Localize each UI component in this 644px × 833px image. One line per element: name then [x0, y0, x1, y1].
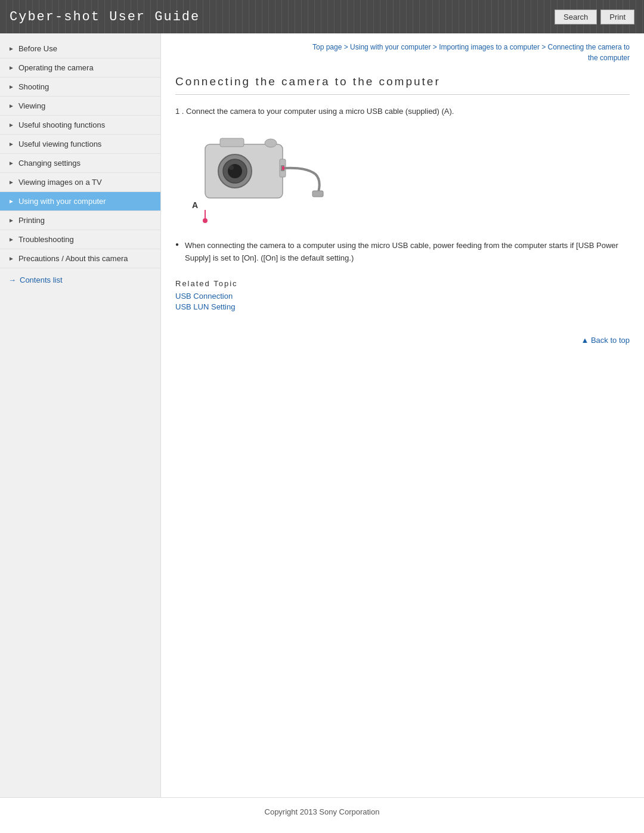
contents-list-label: Contents list: [20, 275, 63, 284]
breadcrumb-separator-1: >: [344, 43, 350, 51]
svg-rect-9: [312, 191, 323, 197]
svg-point-6: [265, 139, 277, 147]
back-to-top-link[interactable]: ▲ Back to top: [581, 336, 630, 345]
sidebar-item-label: Using with your computer: [18, 197, 106, 206]
header-buttons: Search Print: [555, 10, 634, 24]
sidebar-item-label: Useful viewing functions: [18, 140, 101, 148]
label-a: A: [192, 200, 198, 210]
chevron-right-icon: ►: [8, 179, 14, 185]
sidebar-item-useful-viewing[interactable]: ► Useful viewing functions: [0, 135, 160, 154]
usb-lun-setting-link[interactable]: USB LUN Setting: [175, 302, 630, 311]
breadcrumb: Top page > Using with your computer > Im…: [175, 42, 630, 63]
related-topic-title: Related Topic: [175, 279, 630, 288]
svg-rect-10: [282, 166, 284, 170]
sidebar-item-shooting[interactable]: ► Shooting: [0, 78, 160, 97]
header-title: Cyber-shot User Guide: [10, 10, 200, 24]
breadcrumb-connecting-camera[interactable]: Connecting the camera tothe computer: [548, 43, 630, 62]
copyright-text: Copyright 2013 Sony Corporation: [265, 807, 380, 816]
sidebar-item-label: Viewing: [18, 101, 45, 110]
sidebar-item-label: Operating the camera: [18, 63, 94, 72]
sidebar-item-using-computer[interactable]: ► Using with your computer: [0, 192, 160, 211]
sidebar-item-troubleshooting[interactable]: ► Troubleshooting: [0, 230, 160, 249]
breadcrumb-separator-3: >: [541, 43, 547, 51]
note-text: When connecting the camera to a computer…: [175, 240, 630, 265]
chevron-right-icon: ►: [8, 45, 14, 52]
camera-illustration: A: [187, 126, 324, 228]
sidebar-item-label: Troubleshooting: [18, 235, 74, 244]
sidebar-item-operating-camera[interactable]: ► Operating the camera: [0, 58, 160, 78]
breadcrumb-using-computer[interactable]: Using with your computer: [350, 43, 431, 51]
page-title: Connecting the camera to the computer: [175, 75, 630, 95]
sidebar-item-useful-shooting[interactable]: ► Useful shooting functions: [0, 116, 160, 135]
chevron-right-icon: ►: [8, 198, 14, 205]
sidebar: ► Before Use ► Operating the camera ► Sh…: [0, 33, 161, 797]
usb-connection-link[interactable]: USB Connection: [175, 292, 630, 301]
sidebar-item-precautions[interactable]: ► Precautions / About this camera: [0, 249, 160, 268]
content-area: Top page > Using with your computer > Im…: [161, 33, 644, 797]
svg-point-5: [229, 165, 234, 170]
chevron-right-icon: ►: [8, 217, 14, 224]
sidebar-item-label: Printing: [18, 216, 45, 225]
sidebar-item-label: Viewing images on a TV: [18, 178, 102, 187]
note-section: When connecting the camera to a computer…: [175, 240, 630, 265]
chevron-right-icon: ►: [8, 160, 14, 166]
search-button[interactable]: Search: [555, 10, 597, 24]
chevron-right-icon: ►: [8, 83, 14, 90]
sidebar-item-printing[interactable]: ► Printing: [0, 211, 160, 230]
chevron-right-icon: ►: [8, 103, 14, 109]
header: Cyber-shot User Guide Search Print: [0, 0, 644, 33]
breadcrumb-top-page[interactable]: Top page: [312, 43, 342, 51]
back-to-top-container: ▲ Back to top: [175, 335, 630, 345]
camera-svg: [187, 126, 324, 228]
chevron-right-icon: ►: [8, 122, 14, 128]
arrow-right-icon: →: [8, 275, 16, 284]
chevron-right-icon: ►: [8, 141, 14, 147]
sidebar-item-viewing-tv[interactable]: ► Viewing images on a TV: [0, 173, 160, 192]
chevron-right-icon: ►: [8, 255, 14, 262]
print-button[interactable]: Print: [600, 10, 634, 24]
sidebar-item-label: Before Use: [18, 44, 57, 53]
sidebar-item-viewing[interactable]: ► Viewing: [0, 97, 160, 116]
sidebar-item-changing-settings[interactable]: ► Changing settings: [0, 154, 160, 173]
sidebar-item-label: Precautions / About this camera: [18, 254, 128, 263]
svg-rect-1: [220, 138, 244, 147]
sidebar-item-before-use[interactable]: ► Before Use: [0, 39, 160, 58]
breadcrumb-separator-2: >: [433, 43, 439, 51]
sidebar-item-label: Shooting: [18, 82, 49, 91]
related-topic: Related Topic USB Connection USB LUN Set…: [175, 279, 630, 311]
footer: Copyright 2013 Sony Corporation: [0, 797, 644, 826]
sidebar-item-label: Changing settings: [18, 159, 80, 168]
svg-point-12: [203, 218, 208, 223]
sidebar-item-label: Useful shooting functions: [18, 120, 105, 129]
chevron-right-icon: ►: [8, 64, 14, 71]
page-number: 225: [0, 826, 644, 833]
step-1-text: 1 . Connect the camera to your computer …: [175, 107, 630, 116]
contents-list-link[interactable]: → Contents list: [0, 268, 160, 292]
main-layout: ► Before Use ► Operating the camera ► Sh…: [0, 33, 644, 797]
breadcrumb-importing-images[interactable]: Importing images to a computer: [439, 43, 540, 51]
chevron-right-icon: ►: [8, 236, 14, 243]
